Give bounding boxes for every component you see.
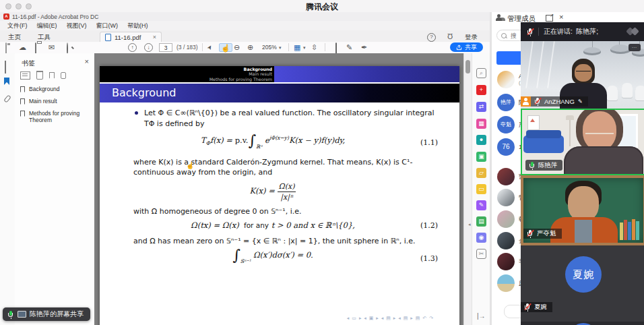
create-pdf-icon[interactable]: + <box>476 85 486 95</box>
print-production-icon[interactable]: ▤ <box>476 216 486 227</box>
comment-tool-icon[interactable]: ▭ <box>476 184 486 194</box>
tab-home[interactable]: 主页 <box>1 32 28 42</box>
acrobat-window: A 11-16.pdf - Adobe Acrobat Pro DC 文件(F)… <box>0 12 490 325</box>
avatar: 夏婉 <box>565 256 602 293</box>
zoom-in-icon[interactable]: ⊕ <box>247 43 253 52</box>
attachments-icon[interactable] <box>3 94 11 102</box>
tab-tools[interactable]: 工具 <box>31 32 57 42</box>
email-icon[interactable]: ✉ <box>49 43 55 52</box>
menu-window[interactable]: 窗口(W) <box>92 22 123 30</box>
delete-bookmark-icon[interactable] <box>36 71 43 80</box>
slide-header-blue-block <box>274 66 459 82</box>
share-button-label: 共享 <box>465 42 477 52</box>
slide-paragraph-1: Let Φ ∈ C∞(ℝⁿ\{0}) be a real valued func… <box>133 108 438 129</box>
organize-pages-icon[interactable]: ▦ <box>476 119 486 129</box>
video-tile-yanduokui[interactable]: 严夺魁 <box>521 175 644 245</box>
select-tool-icon[interactable]: ➤ <box>205 43 215 52</box>
video-tile-partial <box>521 322 644 325</box>
slide-paragraph-2: where K(x) is a standard Calderón-Zygmun… <box>133 157 438 178</box>
bookmarks-panel-icon[interactable] <box>4 78 9 85</box>
video-name-bar: 夏婉 <box>521 302 552 312</box>
bookmark-item-methods[interactable]: Methods for proving Theorem <box>20 110 90 123</box>
fill-sign-icon[interactable]: ✎ <box>476 200 486 210</box>
bookmarks-close-icon[interactable]: × <box>85 57 89 65</box>
video-tile-xiawan[interactable]: 夏婉 夏婉 <box>521 245 644 322</box>
bookmarks-toolbar <box>20 71 66 80</box>
page-number-input[interactable] <box>159 43 172 52</box>
cloud-upload-icon[interactable]: ☁ <box>19 43 26 52</box>
search-tools-icon[interactable]: ⌕ <box>476 68 486 78</box>
menu-edit[interactable]: 编辑(E) <box>32 22 62 30</box>
avatar <box>497 232 515 249</box>
acrobat-window-title: 11-16.pdf - Adobe Acrobat Pro DC <box>12 13 98 20</box>
page-display-icon[interactable]: ▦ <box>294 43 300 52</box>
document-area[interactable]: Background Main result Methods for provi… <box>94 53 463 325</box>
collapse-rail-icon[interactable]: ◂ <box>468 222 471 227</box>
zoom-level-value[interactable]: 205% <box>262 43 277 52</box>
page-display-caret-icon[interactable]: ▾ <box>303 43 306 52</box>
export-pdf-icon[interactable]: ⇄ <box>476 102 486 112</box>
mic-muted-icon <box>527 229 534 238</box>
equation-1-2: Ω(tx) = Ω(x) for any t > 0 and x ∈ ℝⁿ\{0… <box>133 220 438 231</box>
menu-help[interactable]: 帮助(H) <box>123 22 153 30</box>
left-rail <box>0 53 15 325</box>
screen-share-pill[interactable]: 陈艳萍的屏幕共享 <box>3 307 90 321</box>
tab-close-icon[interactable]: × <box>153 32 156 42</box>
zoom-dropdown-caret-icon[interactable]: ▾ <box>279 43 282 52</box>
hand-tool-icon[interactable]: ☝ <box>219 43 232 52</box>
share-arrow-icon <box>456 45 462 51</box>
zoom-out-icon[interactable]: ⊖ <box>234 43 240 52</box>
bookmark-icon <box>20 111 25 117</box>
expand-rail-icon[interactable]: |→ <box>477 312 486 320</box>
more-options-button[interactable]: … <box>629 44 641 51</box>
slide-paragraph-3: with Ω homogeneous of degree 0 on 𝕊ⁿ⁻¹, … <box>133 206 438 217</box>
pencil-markup-icon[interactable]: ✎ <box>346 43 352 52</box>
compress-pdf-icon[interactable]: ● <box>476 135 486 145</box>
participant-name: 严夺魁 <box>537 229 556 238</box>
host-badge-icon <box>521 96 531 107</box>
expand-bookmark-icon[interactable] <box>61 72 66 79</box>
equation-number: (1.2) <box>412 220 438 231</box>
menu-file[interactable]: 文件(F) <box>3 22 32 30</box>
bookmarks-list: Background Main result Methods for provi… <box>20 86 90 129</box>
equation-1-1: TΦf(x) = p.v.∫ℝⁿ eiΦ(x−y)K(x − y)f(y)dy,… <box>133 133 438 152</box>
mic-muted-icon <box>527 28 534 36</box>
slide-title: Background <box>100 84 459 102</box>
page-thumbnails-icon[interactable] <box>5 61 6 73</box>
mic-speaking-icon <box>529 161 536 170</box>
bookmark-item-background[interactable]: Background <box>20 86 90 92</box>
help-icon[interactable]: ? <box>427 33 436 42</box>
next-page-icon[interactable]: ↓ <box>144 43 153 52</box>
video-tile-chenyanping[interactable]: 陈艳萍 <box>521 109 644 175</box>
equation-number: (1.1) <box>412 138 438 148</box>
previous-page-icon[interactable]: ↑ <box>128 43 137 52</box>
bookmark-options-icon[interactable] <box>20 71 30 80</box>
more-tools-icon[interactable]: ✂ <box>476 249 486 259</box>
bookmark-icon <box>20 86 25 92</box>
avatar: 76 <box>497 138 515 156</box>
convert-icon[interactable]: ▱ <box>476 168 486 178</box>
menu-view[interactable]: 视图(V) <box>62 22 92 30</box>
hand-cursor-icon: ☝ <box>186 162 194 169</box>
edit-pdf-icon[interactable]: ▣ <box>476 152 486 162</box>
mac-menubar: 腾讯会议 <box>0 0 644 13</box>
video-tile-anzhang[interactable]: AnZHANG ✎ <box>521 41 644 109</box>
video-name-bar: AnZHANG ✎ <box>521 96 588 107</box>
equation-1-3: ∫𝕊ⁿ⁻¹ Ω(x′)dσ(x′) = 0. (1.3) <box>133 250 438 267</box>
sign-icon[interactable]: ✒ <box>361 43 367 52</box>
new-bookmark-icon[interactable] <box>49 72 55 79</box>
avatar <box>497 210 515 228</box>
share-button[interactable]: 共享 <box>450 42 483 52</box>
scrolling-mode-icon[interactable]: ⇳ <box>311 43 317 52</box>
rename-pencil-icon[interactable]: ✎ <box>578 98 583 105</box>
speaking-label: 正在讲话: 陈艳萍; <box>544 27 598 36</box>
speaking-bar: 正在讲话: 陈艳萍; <box>521 22 644 41</box>
scrollbar-thumb[interactable] <box>465 60 470 73</box>
notifications-bell-icon[interactable]: Ω <box>447 32 453 40</box>
tab-document[interactable]: 11-16.pdf × <box>100 32 162 42</box>
login-link[interactable]: 登录 <box>465 33 478 42</box>
bookmark-item-main-result[interactable]: Main result <box>20 98 90 105</box>
equation-number: (1.3) <box>412 254 438 264</box>
acrobat-main: 书签 × Background Main result <box>0 53 490 325</box>
protect-icon[interactable]: ◉ <box>476 233 486 243</box>
